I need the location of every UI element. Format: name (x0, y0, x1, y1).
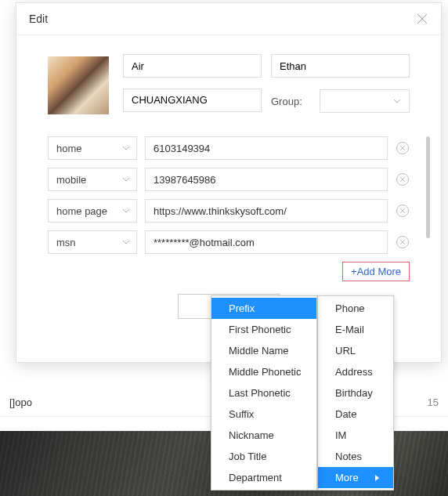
submenu-item-suffix[interactable]: Suffix (211, 404, 316, 425)
delete-field-icon[interactable] (396, 235, 410, 249)
field-value-input[interactable] (145, 136, 388, 160)
field-type-select[interactable]: msn (48, 230, 137, 254)
field-row: home (48, 136, 410, 160)
menu-item-label: Notes (335, 451, 362, 462)
menu-item-im[interactable]: IM (318, 425, 393, 446)
menu-item-label: More (335, 472, 359, 483)
field-type-select[interactable]: home (48, 136, 137, 160)
delete-field-icon[interactable] (396, 204, 410, 218)
menu-item-label: Date (335, 408, 356, 420)
menu-item-label: Last Phonetic (229, 387, 291, 399)
fields-list: homemobilehome pagemsn (48, 136, 410, 254)
field-value-input[interactable] (145, 230, 388, 254)
menu-item-label: Middle Phonetic (229, 366, 302, 378)
delete-field-icon[interactable] (396, 172, 410, 186)
submenu-item-prefix[interactable]: Prefix (211, 298, 316, 319)
menu-item-label: Address (335, 366, 373, 378)
menu-item-address[interactable]: Address (318, 361, 393, 382)
field-value-input[interactable] (145, 199, 388, 223)
group-label: Group: (271, 96, 310, 107)
field-type-label: home (56, 143, 117, 154)
field-type-label: home page (56, 205, 117, 217)
menu-item-more[interactable]: More (318, 467, 393, 488)
menu-item-label: First Phonetic (229, 324, 291, 335)
company-field[interactable] (123, 89, 262, 112)
field-type-select[interactable]: mobile (48, 168, 137, 191)
scrollbar[interactable] (426, 136, 430, 238)
menu-item-date[interactable]: Date (318, 404, 393, 425)
add-more-menu: PhoneE-MailURLAddressBirthdayDateIMNotes… (317, 295, 394, 491)
field-type-label: mobile (56, 174, 117, 186)
menu-item-label: Birthday (335, 387, 373, 399)
submenu-item-middle-name[interactable]: Middle Name (211, 340, 316, 361)
menu-item-label: Nickname (229, 429, 274, 441)
field-type-select[interactable]: home page (48, 199, 137, 223)
menu-item-label: IM (335, 429, 346, 441)
menu-item-label: URL (335, 345, 356, 357)
last-name-field[interactable] (271, 54, 410, 78)
menu-item-birthday[interactable]: Birthday (318, 382, 393, 404)
dialog-header: Edit (16, 3, 441, 35)
avatar[interactable] (48, 56, 109, 114)
field-row: mobile (48, 168, 410, 191)
menu-item-label: Job Title (229, 451, 266, 462)
add-more-button[interactable]: +Add More (342, 262, 410, 281)
field-row: msn (48, 230, 410, 254)
submenu-item-first-phonetic[interactable]: First Phonetic (211, 319, 316, 340)
menu-item-label: Phone (335, 302, 365, 314)
menu-item-url[interactable]: URL (318, 340, 393, 361)
group-select[interactable] (320, 89, 410, 113)
submenu-item-job-title[interactable]: Job Title (211, 446, 316, 467)
submenu-item-middle-phonetic[interactable]: Middle Phonetic (211, 361, 316, 382)
menu-item-label: Suffix (229, 408, 254, 420)
menu-item-phone[interactable]: Phone (318, 298, 393, 319)
submenu-item-last-phonetic[interactable]: Last Phonetic (211, 382, 316, 404)
delete-field-icon[interactable] (396, 141, 410, 155)
close-icon[interactable] (416, 13, 428, 25)
first-name-field[interactable] (123, 54, 262, 78)
menu-item-e-mail[interactable]: E-Mail (318, 319, 393, 340)
chevron-right-icon (375, 475, 379, 481)
submenu-item-nickname[interactable]: Nickname (211, 425, 316, 446)
menu-item-notes[interactable]: Notes (318, 446, 393, 467)
field-row: home page (48, 199, 410, 223)
menu-item-label: Department (229, 472, 282, 483)
submenu-item-department[interactable]: Department (211, 467, 316, 488)
menu-item-label: Middle Name (229, 345, 289, 357)
contact-name: []opo (9, 396, 224, 408)
dialog-title: Edit (29, 13, 48, 25)
field-type-label: msn (56, 237, 117, 248)
menu-item-label: Prefix (229, 302, 255, 314)
menu-item-label: E-Mail (335, 324, 364, 335)
more-submenu: PrefixFirst PhoneticMiddle NameMiddle Ph… (211, 295, 317, 491)
field-value-input[interactable] (145, 168, 388, 191)
